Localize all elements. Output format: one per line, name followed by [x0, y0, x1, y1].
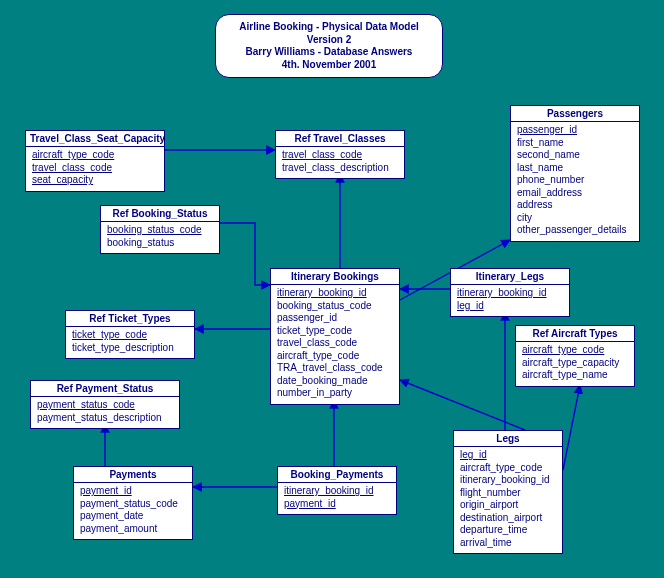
column: city	[517, 212, 633, 225]
column: phone_number	[517, 174, 633, 187]
entity-travel-class-seat-capacity: Travel_Class_Seat_Capacityaircraft_type_…	[25, 130, 165, 192]
column: aircraft_type_code	[277, 350, 393, 363]
entity-header: Itinerary_Legs	[451, 269, 569, 285]
entity-itinerary-legs: Itinerary_Legsitinerary_booking_idleg_id	[450, 268, 570, 317]
column: travel_class_code	[32, 162, 158, 175]
entity-legs: Legsleg_idaircraft_type_codeitinerary_bo…	[453, 430, 563, 554]
entity-header: Travel_Class_Seat_Capacity	[26, 131, 164, 147]
column: travel_class_code	[282, 149, 398, 162]
entity-booking-payments: Booking_Paymentsitinerary_booking_idpaym…	[277, 466, 397, 515]
entity-columns: itinerary_booking_idleg_id	[451, 285, 569, 316]
entity-header: Payments	[74, 467, 192, 483]
column: passenger_id	[277, 312, 393, 325]
entity-columns: passenger_idfirst_namesecond_namelast_na…	[511, 122, 639, 241]
column: departure_time	[460, 524, 556, 537]
entity-header: Itinerary Bookings	[271, 269, 399, 285]
column: ticket_type_code	[72, 329, 188, 342]
column: booking_status_code	[107, 224, 213, 237]
column: itinerary_booking_id	[457, 287, 563, 300]
column: first_name	[517, 137, 633, 150]
column: travel_class_description	[282, 162, 398, 175]
column: address	[517, 199, 633, 212]
column: origin_airport	[460, 499, 556, 512]
entity-columns: booking_status_codebooking_status	[101, 222, 219, 253]
column: destination_airport	[460, 512, 556, 525]
column: payment_status_code	[37, 399, 173, 412]
entity-header: Ref Aircraft Types	[516, 326, 634, 342]
entity-columns: payment_status_codepayment_status_descri…	[31, 397, 179, 428]
column: flight_number	[460, 487, 556, 500]
entity-columns: ticket_type_codeticket_type_description	[66, 327, 194, 358]
erd-canvas: Airline Booking - Physical Data Model Ve…	[0, 0, 664, 578]
column: payment_amount	[80, 523, 186, 536]
column: payment_status_description	[37, 412, 173, 425]
entity-header: Legs	[454, 431, 562, 447]
entity-columns: aircraft_type_codeaircraft_type_capacity…	[516, 342, 634, 386]
entity-header: Passengers	[511, 106, 639, 122]
column: itinerary_booking_id	[277, 287, 393, 300]
entity-columns: travel_class_codetravel_class_descriptio…	[276, 147, 404, 178]
column: other_passenger_details	[517, 224, 633, 237]
column: email_address	[517, 187, 633, 200]
title-line3: Barry Williams - Database Answers	[224, 46, 434, 59]
column: payment_id	[284, 498, 390, 511]
entity-payments: Paymentspayment_idpayment_status_codepay…	[73, 466, 193, 540]
entity-columns: itinerary_booking_idbooking_status_codep…	[271, 285, 399, 404]
column: date_booking_made	[277, 375, 393, 388]
column: second_name	[517, 149, 633, 162]
entity-columns: payment_idpayment_status_codepayment_dat…	[74, 483, 192, 539]
column: ticket_type_code	[277, 325, 393, 338]
column: payment_id	[80, 485, 186, 498]
entity-columns: aircraft_type_codetravel_class_codeseat_…	[26, 147, 164, 191]
column: leg_id	[460, 449, 556, 462]
title-line4: 4th. November 2001	[224, 59, 434, 72]
column: ticket_type_description	[72, 342, 188, 355]
column: last_name	[517, 162, 633, 175]
entity-header: Ref Ticket_Types	[66, 311, 194, 327]
column: TRA_travel_class_code	[277, 362, 393, 375]
column: travel_class_code	[277, 337, 393, 350]
column: passenger_id	[517, 124, 633, 137]
entity-ref-ticket-types: Ref Ticket_Typesticket_type_codeticket_t…	[65, 310, 195, 359]
column: leg_id	[457, 300, 563, 313]
entity-columns: leg_idaircraft_type_codeitinerary_bookin…	[454, 447, 562, 553]
column: booking_status_code	[277, 300, 393, 313]
column: number_in_party	[277, 387, 393, 400]
entity-header: Ref Booking_Status	[101, 206, 219, 222]
column: seat_capacity	[32, 174, 158, 187]
entity-ref-booking-status: Ref Booking_Statusbooking_status_codeboo…	[100, 205, 220, 254]
title-line2: Version 2	[224, 34, 434, 47]
column: payment_date	[80, 510, 186, 523]
diagram-title: Airline Booking - Physical Data Model Ve…	[215, 14, 443, 78]
column: aircraft_type_name	[522, 369, 628, 382]
entity-header: Booking_Payments	[278, 467, 396, 483]
column: aircraft_type_capacity	[522, 357, 628, 370]
column: arrival_time	[460, 537, 556, 550]
title-line1: Airline Booking - Physical Data Model	[224, 21, 434, 34]
entity-columns: itinerary_booking_idpayment_id	[278, 483, 396, 514]
entity-itinerary-bookings: Itinerary Bookingsitinerary_booking_idbo…	[270, 268, 400, 405]
entity-passengers: Passengerspassenger_idfirst_namesecond_n…	[510, 105, 640, 242]
column: itinerary_booking_id	[460, 474, 556, 487]
column: itinerary_booking_id	[284, 485, 390, 498]
entity-ref-aircraft-types: Ref Aircraft Typesaircraft_type_codeairc…	[515, 325, 635, 387]
column: aircraft_type_code	[522, 344, 628, 357]
column: aircraft_type_code	[460, 462, 556, 475]
column: payment_status_code	[80, 498, 186, 511]
column: booking_status	[107, 237, 213, 250]
entity-ref-payment-status: Ref Payment_Statuspayment_status_codepay…	[30, 380, 180, 429]
entity-header: Ref Payment_Status	[31, 381, 179, 397]
entity-header: Ref Travel_Classes	[276, 131, 404, 147]
column: aircraft_type_code	[32, 149, 158, 162]
entity-ref-travel-classes: Ref Travel_Classestravel_class_codetrave…	[275, 130, 405, 179]
